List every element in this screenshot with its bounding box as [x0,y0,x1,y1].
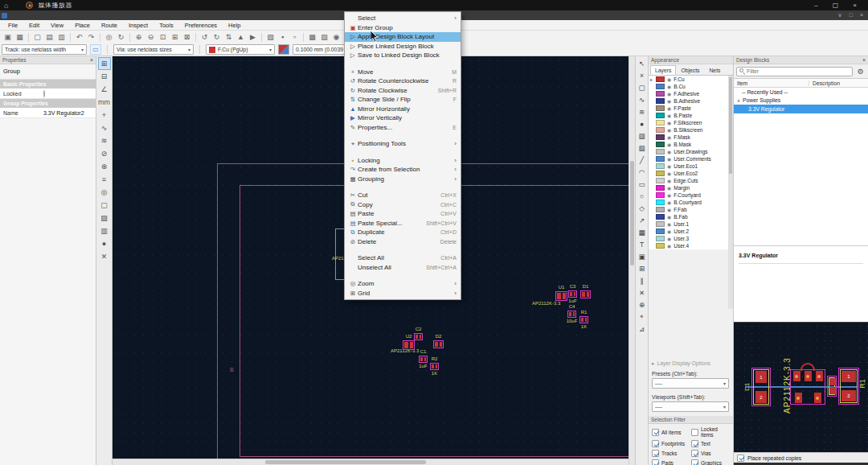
canvas-horizontal-scrollbar[interactable] [113,459,628,465]
left-toolbar-icon[interactable]: ≡ [98,173,111,186]
context-menu-item[interactable]: ⊞ Grid › [345,289,461,298]
context-menu-item[interactable]: ▣ Enter Group › [345,23,461,33]
layer-color-swatch[interactable] [656,243,665,249]
context-menu-item[interactable]: ⌖ Positioning Tools › [345,139,461,149]
layer-row[interactable]: ▸ ◉ Margin [649,184,729,191]
layer-color-swatch[interactable] [656,207,665,212]
layer-row[interactable]: ▸ ◉ B.Mask [649,141,729,148]
layer-visibility-eye-icon[interactable]: ◉ [667,200,671,205]
context-menu-item[interactable]: ▲ Mirror Horizontally › [345,105,461,114]
scrollbar-thumb[interactable] [265,460,426,464]
right-toolbar-icon[interactable]: ▧ [637,142,648,154]
description-column-header[interactable]: Description [809,80,840,86]
window-close-button[interactable]: × [860,12,863,19]
toolbar-icon[interactable]: ⊞ [169,31,181,43]
right-toolbar-icon[interactable]: ✕ [637,286,648,298]
layer-row[interactable]: ▸ ◉ B.Courtyard [649,199,729,206]
toolbar-icon[interactable]: ▢ [31,31,43,43]
layer-visibility-eye-icon[interactable]: ◉ [667,134,671,140]
design-block-tree-row[interactable]: ∨ Power Supplies [734,97,868,105]
checkbox[interactable] [691,429,698,436]
footprint[interactable]: D2 [433,340,444,348]
toolbar-icon[interactable]: ↶ [73,31,85,43]
layer-visibility-eye-icon[interactable]: ◉ [667,84,671,89]
selection-filter-item[interactable]: Locked items [691,426,731,438]
left-toolbar-icon[interactable]: ∠ [98,83,111,96]
layer-visibility-eye-icon[interactable]: ◉ [667,171,671,176]
context-menu-item[interactable]: ✎ Properties... E › [345,123,461,133]
layer-row[interactable]: ▸ ◉ F.Courtyard [649,191,729,199]
toolbar-icon[interactable]: ◉ [330,31,342,43]
menubar-item[interactable]: Place [69,22,96,29]
right-toolbar-icon[interactable]: ⊞ [637,262,648,274]
layer-visibility-eye-icon[interactable]: ◉ [667,142,671,147]
right-toolbar-icon[interactable]: ⌖ [637,311,648,323]
context-menu-item[interactable]: ⧉ Copy Ctrl+C › [345,200,461,210]
layer-row[interactable]: ▸ ◉ User.2 [649,228,729,235]
footprint[interactable]: C3 1uF [568,290,577,298]
left-toolbar-icon[interactable]: ● [98,237,111,250]
context-menu-item[interactable]: ▤ Paste Ctrl+V › [345,209,461,219]
layer-color-swatch[interactable] [656,178,665,183]
context-menu-item[interactable]: ▷ Save to Linked Design Block › [345,51,461,60]
toolbar-icon[interactable]: ▲ [235,31,247,43]
left-toolbar-icon[interactable]: ▨ [98,212,111,224]
checkbox[interactable] [652,440,659,447]
toolbar-icon[interactable]: ▫ [289,31,301,43]
footprint[interactable]: R2 1K [430,363,439,370]
layer-visibility-eye-icon[interactable]: ◉ [667,178,671,183]
track-width-dropdown[interactable]: Track: use netclass width ▾ [2,44,87,55]
layer-color-swatch[interactable] [656,105,665,111]
layer-row[interactable]: ▸ ◉ F.Paste [649,105,729,112]
context-menu-item[interactable]: Unselect All Shift+Ctrl+A › [345,263,461,273]
close-icon[interactable]: × [90,57,93,63]
right-toolbar-icon[interactable]: ↖ [637,57,648,69]
presets-dropdown[interactable]: ---- ▾ [652,378,729,389]
layer-color-swatch[interactable] [656,149,665,154]
item-column-header[interactable]: Item [734,80,809,86]
context-menu-item[interactable]: ✂ Cut Ctrl+X › [345,191,461,200]
layer-color-swatch[interactable] [656,185,665,191]
layer-visibility-eye-icon[interactable]: ◉ [667,113,671,118]
context-menu-item[interactable]: Select › [345,14,461,23]
right-toolbar-icon[interactable]: T [637,238,648,250]
canvas-vertical-scrollbar[interactable] [628,56,635,465]
checkbox[interactable] [691,440,698,447]
left-toolbar-icon[interactable]: + [98,109,111,121]
footprint[interactable]: C2 [414,333,423,340]
checkbox[interactable] [652,450,659,457]
right-toolbar-icon[interactable]: × [637,69,648,81]
layer-visibility-eye-icon[interactable]: ◉ [667,105,671,111]
right-toolbar-icon[interactable]: ⊿ [637,323,648,335]
right-toolbar-icon[interactable]: ▨ [637,130,648,142]
media-player-icon[interactable] [26,2,33,9]
toolbar-icon[interactable]: ▶ [247,31,259,43]
selection-filter-item[interactable]: Pads [652,459,691,465]
right-toolbar-icon[interactable]: ▣ [637,250,648,262]
menubar-item[interactable]: Inspect [123,22,154,29]
scrollbar-thumb[interactable] [630,161,634,265]
appearance-tab[interactable]: Layers [650,65,676,75]
layer-row[interactable]: ▸ ◉ F.Silkscreen [649,119,729,126]
appearance-tab[interactable]: Nets [704,65,725,75]
left-toolbar-icon[interactable]: mm [98,96,111,109]
context-menu-item[interactable]: ▶ Mirror Vertically › [345,113,461,123]
toolbar-icon[interactable]: ↻ [115,31,127,43]
layer-row[interactable]: ▸ ◉ User.Drawings [649,148,729,155]
layer-visibility-eye-icon[interactable]: ◉ [667,91,671,97]
os-close-button[interactable]: × [853,2,857,9]
layer-visibility-eye-icon[interactable]: ◉ [667,163,671,169]
layer-visibility-eye-icon[interactable]: ◉ [667,214,671,220]
via-size-dropdown[interactable]: Via: use netclass sizes ▾ [113,44,194,55]
toolbar-icon[interactable]: ↻ [211,31,223,43]
checkbox[interactable] [691,450,698,457]
layer-row[interactable]: ▸ ◉ User.Comments [649,155,729,163]
selection-filter-item[interactable]: Footprints [652,440,691,447]
appearance-tab[interactable]: Objects [676,65,704,75]
context-menu-item[interactable]: ▪ Locking › [345,156,461,166]
layer-color-swatch[interactable] [656,236,665,241]
context-menu-item[interactable]: ↻ Rotate Clockwise Shift+R › [345,86,461,96]
layer-color-swatch[interactable] [656,228,665,234]
layer-color-swatch[interactable] [656,171,665,176]
footprint[interactable]: C1 1uF [419,356,428,363]
